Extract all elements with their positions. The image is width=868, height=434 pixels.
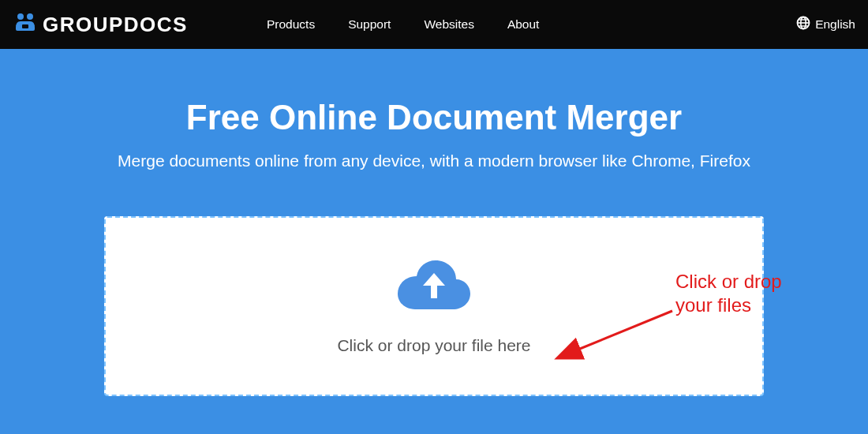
globe-icon <box>796 16 810 33</box>
page-subtitle: Merge documents online from any device, … <box>0 152 868 170</box>
nav-about[interactable]: About <box>507 17 540 32</box>
hero: Free Online Document Merger Merge docume… <box>0 49 868 170</box>
svg-point-0 <box>17 13 24 20</box>
upload-cloud-icon <box>396 257 472 314</box>
language-selector[interactable]: English <box>796 16 855 33</box>
nav-products[interactable]: Products <box>267 17 315 32</box>
brand-name: GROUPDOCS <box>43 13 188 37</box>
brand[interactable]: GROUPDOCS <box>13 10 188 39</box>
svg-rect-2 <box>22 24 28 28</box>
groupdocs-logo-icon <box>13 10 38 39</box>
topbar: GROUPDOCS Products Support Websites Abou… <box>0 0 868 49</box>
dropzone-wrap: Click or drop your file here Click or dr… <box>104 216 764 396</box>
nav-websites[interactable]: Websites <box>424 17 473 32</box>
svg-point-1 <box>27 13 33 20</box>
dropzone-text: Click or drop your file here <box>337 336 530 355</box>
page-title: Free Online Document Merger <box>0 98 868 137</box>
language-label: English <box>815 17 855 32</box>
nav-support[interactable]: Support <box>348 17 391 32</box>
main-nav: Products Support Websites About <box>267 17 539 32</box>
file-dropzone[interactable]: Click or drop your file here <box>104 216 764 396</box>
